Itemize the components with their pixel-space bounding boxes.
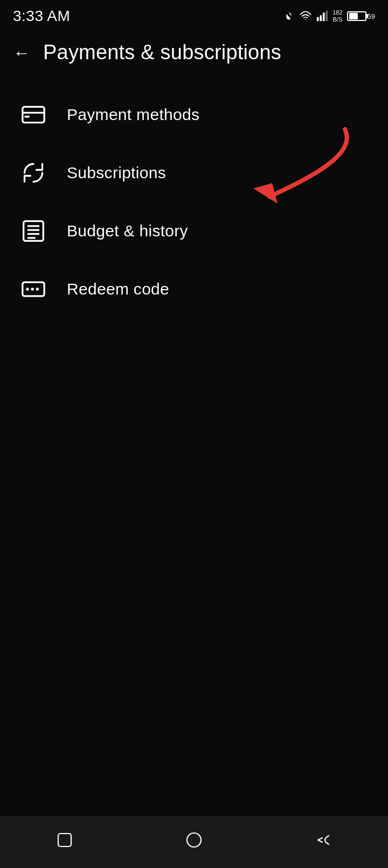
redeem-icon (19, 275, 47, 303)
page-header: ← Payments & subscriptions (0, 30, 388, 77)
svg-point-18 (187, 833, 201, 847)
menu-label-budget-history: Budget & history (67, 222, 188, 240)
back-button[interactable]: ← (13, 44, 30, 61)
svg-rect-17 (58, 834, 71, 846)
svg-rect-4 (23, 107, 44, 122)
status-icons: 182 B/S 59 (283, 9, 375, 23)
svg-rect-3 (326, 11, 328, 21)
menu-label-payment-methods: Payment methods (67, 106, 199, 124)
menu-item-subscriptions[interactable]: Subscriptions (0, 144, 388, 202)
svg-rect-1 (320, 15, 322, 21)
menu-item-budget-history[interactable]: Budget & history (0, 202, 388, 260)
menu-item-redeem-code[interactable]: Redeem code (0, 260, 388, 318)
status-time: 3:33 AM (13, 8, 70, 25)
budget-icon (19, 217, 47, 245)
menu-label-subscriptions: Subscriptions (67, 164, 166, 182)
status-bar: 3:33 AM 182 B/S 59 (0, 0, 388, 30)
wifi-icon (299, 10, 312, 22)
svg-rect-2 (323, 13, 325, 22)
svg-point-14 (31, 288, 34, 291)
nav-recents-button[interactable] (43, 824, 86, 856)
battery-icon: 59 (347, 11, 375, 21)
credit-card-icon (19, 101, 47, 129)
svg-point-13 (26, 288, 29, 291)
battery-percent: 59 (368, 12, 375, 20)
nav-bar (0, 816, 388, 868)
mute-icon (283, 10, 295, 22)
network-speed: 182 B/S (332, 9, 342, 23)
page-title: Payments & subscriptions (43, 41, 281, 64)
nav-home-button[interactable] (172, 824, 216, 856)
nav-back-button[interactable] (302, 824, 345, 856)
menu-list: Payment methods Subscriptions Budget & h… (0, 77, 388, 327)
signal-icon (316, 10, 328, 22)
svg-rect-0 (317, 17, 319, 21)
menu-item-payment-methods[interactable]: Payment methods (0, 86, 388, 144)
menu-label-redeem-code: Redeem code (67, 280, 169, 298)
subscriptions-icon (19, 159, 47, 187)
svg-rect-6 (25, 116, 30, 118)
svg-point-15 (36, 288, 39, 291)
